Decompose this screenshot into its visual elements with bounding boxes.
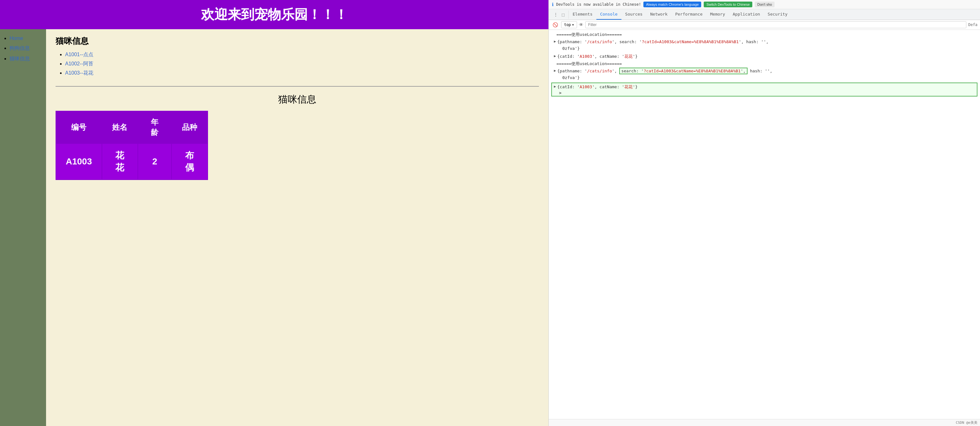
cat-list-item-2: A1002--阿苔	[65, 60, 539, 67]
devtools-notification: ℹ DevTools is now available in Chinese! …	[549, 0, 980, 9]
app-container: 欢迎来到宠物乐园！！！ Home 狗狗信息 猫咪信息	[0, 0, 980, 426]
cat-list-item-3: A1003--花花	[65, 70, 539, 76]
cat-link-2[interactable]: A1002--阿苔	[65, 61, 93, 66]
tab-security[interactable]: Security	[764, 9, 791, 20]
obj3-hash: hash: '',	[748, 68, 772, 73]
sidebar: Home 狗狗信息 猫咪信息	[0, 29, 46, 426]
sidebar-link-home[interactable]: Home	[10, 35, 23, 41]
cat-link-3[interactable]: A1003--花花	[65, 70, 93, 76]
col-header-id: 编号	[56, 111, 102, 143]
tab-elements[interactable]: Elements	[569, 9, 597, 20]
expand-arrow-2[interactable]: ▶	[554, 54, 556, 58]
console-group-obj4: ▶ {catId: 'A1003', catName: '花花'}	[554, 84, 975, 91]
col-header-name: 姓名	[102, 111, 138, 143]
page-body: Home 狗狗信息 猫咪信息 猫咪信息 A1001--点点	[0, 29, 549, 426]
separator-2: ======使用useLocation======	[549, 60, 980, 67]
expand-arrow-4[interactable]: ▶	[554, 84, 556, 89]
sidebar-link-dog[interactable]: 狗狗信息	[10, 45, 30, 51]
cell-name: 花花	[102, 143, 138, 180]
section2-title: 猫咪信息	[56, 93, 539, 106]
obj3-search-highlighted: search: '?catId=A1003&catName=%E8%8A%B1%…	[619, 68, 747, 74]
match-language-button[interactable]: Always match Chrome's language	[643, 2, 701, 7]
tab-console[interactable]: Console	[597, 9, 622, 20]
cat-table: 编号 姓名 年龄 品种 A1003 花花 2 布偶	[56, 111, 208, 180]
cell-id: A1003	[56, 143, 102, 180]
main-content: 猫咪信息 A1001--点点 A1002--阿苔 A1003--花花 猫咪信息	[46, 29, 549, 426]
separator-2-text: ======使用useLocation======	[556, 61, 622, 66]
sidebar-item-dog: 狗狗信息	[10, 45, 43, 52]
cat-links-list: A1001--点点 A1002--阿苔 A1003--花花	[56, 51, 539, 76]
switch-devtools-button[interactable]: Switch DevTools to Chinese	[704, 2, 752, 7]
console-obj1-text: {pathname: '/cats/info', search: '?catId…	[557, 39, 768, 52]
dock-icon[interactable]: ⋮	[553, 12, 558, 17]
cell-age: 2	[138, 143, 172, 180]
sidebar-link-cat[interactable]: 猫咪信息	[10, 56, 30, 61]
tab-memory[interactable]: Memory	[706, 9, 729, 20]
console-obj3-text: {pathname: '/cats/info', search: '?catId…	[557, 68, 772, 81]
default-levels-label: Defa	[968, 22, 977, 27]
devtools-toolbar-icons: ⋮ ⬚	[550, 11, 569, 19]
page-title: 欢迎来到宠物乐园！！！	[0, 6, 549, 24]
console-group-obj3: ▶ {pathname: '/cats/info', search: '?cat…	[549, 67, 980, 82]
sidebar-nav-list: Home 狗狗信息 猫咪信息	[3, 35, 43, 62]
filter-input[interactable]	[585, 21, 966, 28]
page-header: 欢迎来到宠物乐园！！！	[0, 0, 549, 29]
close-bracket: >	[559, 91, 562, 95]
sidebar-item-home: Home	[10, 35, 43, 41]
info-icon: ℹ	[552, 2, 554, 7]
console-toolbar: 🚫 top ▾ 👁 Defa	[549, 20, 980, 30]
section1-title: 猫咪信息	[56, 35, 539, 47]
col-header-age: 年龄	[138, 111, 172, 143]
console-obj2-text: {catId: 'A1003', catName: '花花'}	[557, 53, 638, 60]
chevron-down-icon: ▾	[572, 22, 574, 27]
cat-list-item-1: A1001--点点	[65, 51, 539, 58]
obj1-line2: 0zfva'}	[557, 46, 580, 51]
console-group-obj4-highlighted: ▶ {catId: 'A1003', catName: '花花'} >	[551, 83, 977, 97]
separator-1-text: ======使用useLocation======	[556, 32, 622, 37]
clear-console-icon[interactable]: 🚫	[551, 22, 559, 28]
separator-1: ======使用useLocation======	[549, 31, 980, 38]
expand-arrow-1[interactable]: ▶	[554, 39, 556, 43]
bottom-text: CSDN @e美美	[956, 421, 977, 425]
console-obj4-text: {catId: 'A1003', catName: '花花'}	[557, 84, 638, 91]
console-group-obj1: ▶ {pathname: '/cats/info', search: '?cat…	[549, 38, 980, 53]
devtools-tabs-bar: ⋮ ⬚ Elements Console Sources Network Per…	[549, 9, 980, 20]
notification-text: DevTools is now available in Chinese!	[556, 2, 641, 7]
tab-performance[interactable]: Performance	[671, 9, 706, 20]
section-divider	[56, 86, 539, 87]
webpage: 欢迎来到宠物乐园！！！ Home 狗狗信息 猫咪信息	[0, 0, 549, 426]
devtools-panel: ℹ DevTools is now available in Chinese! …	[549, 0, 980, 426]
tab-sources[interactable]: Sources	[622, 9, 647, 20]
obj3-line2: 0zfva'}	[557, 75, 580, 80]
cat-link-1[interactable]: A1001--点点	[65, 52, 93, 57]
bottom-bar: CSDN @e美美	[549, 419, 980, 426]
dont-show-button[interactable]: Don't sho	[755, 2, 775, 7]
context-selector[interactable]: top ▾	[561, 21, 577, 28]
console-output: ======使用useLocation====== ▶ {pathname: '…	[549, 30, 980, 419]
col-header-breed: 品种	[172, 111, 208, 143]
console-obj4-close: >	[554, 91, 975, 95]
tab-network[interactable]: Network	[646, 9, 671, 20]
obj1-line1: {pathname: '/cats/info', search: '?catId…	[557, 39, 768, 44]
tab-application[interactable]: Application	[729, 9, 764, 20]
inspect-icon[interactable]: ⬚	[560, 12, 566, 17]
table-header-row: 编号 姓名 年龄 品种	[56, 111, 208, 143]
obj3-pathname: {pathname: '/cats/info',	[557, 68, 620, 73]
context-label: top	[564, 22, 571, 27]
table-row: A1003 花花 2 布偶	[56, 143, 208, 180]
sidebar-item-cat: 猫咪信息	[10, 56, 43, 62]
eye-icon[interactable]: 👁	[579, 22, 583, 27]
expand-arrow-3[interactable]: ▶	[554, 68, 556, 73]
console-group-obj2: ▶ {catId: 'A1003', catName: '花花'}	[549, 53, 980, 60]
cell-breed: 布偶	[172, 143, 208, 180]
